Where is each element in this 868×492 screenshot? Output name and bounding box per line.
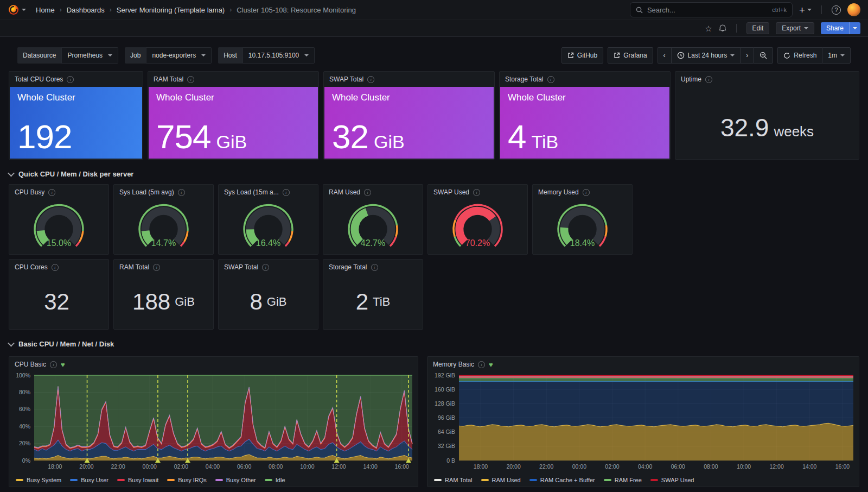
- cpu-basic-chart[interactable]: 0%20%40%60%80%100%18:0020:0022:0000:0002…: [12, 372, 414, 471]
- svg-text:06:00: 06:00: [671, 463, 685, 470]
- svg-text:00:00: 00:00: [572, 463, 586, 470]
- svg-text:10:00: 10:00: [300, 463, 314, 470]
- export-button[interactable]: Export: [776, 22, 814, 34]
- panel-title[interactable]: Total CPU Cores: [15, 75, 63, 83]
- legend-item[interactable]: RAM Used: [481, 477, 521, 483]
- panel-title[interactable]: Storage Total: [505, 75, 544, 83]
- edit-button[interactable]: Edit: [746, 22, 770, 34]
- variable-label: Job: [125, 47, 146, 64]
- panel-title[interactable]: SWAP Total: [329, 75, 363, 83]
- info-icon[interactable]: i: [473, 189, 480, 196]
- external-link-icon: [567, 52, 574, 59]
- help-button[interactable]: ?: [829, 5, 843, 15]
- panel-title[interactable]: CPU Basic: [15, 361, 46, 368]
- panel-title[interactable]: Storage Total: [329, 263, 367, 271]
- legend-item[interactable]: RAM Cache + Buffer: [529, 477, 595, 483]
- info-icon[interactable]: i: [583, 189, 590, 196]
- host-select[interactable]: 10.17.5.105:9100: [242, 47, 315, 64]
- breadcrumb-home[interactable]: Home: [36, 6, 55, 14]
- info-icon[interactable]: i: [705, 76, 712, 83]
- info-icon[interactable]: i: [478, 361, 485, 368]
- svg-text:14:00: 14:00: [802, 463, 816, 470]
- info-icon[interactable]: i: [178, 189, 185, 196]
- info-icon[interactable]: i: [187, 76, 194, 83]
- panel-sys-load-5m: Sys Load (5m avg)i 14.7%: [113, 184, 214, 255]
- breadcrumb: Home › Dashboards › Server Monitoring (T…: [36, 6, 356, 14]
- star-icon[interactable]: ☆: [705, 24, 712, 33]
- svg-text:100%: 100%: [16, 372, 30, 379]
- panel-title[interactable]: SWAP Used: [433, 188, 469, 196]
- legend-item[interactable]: Busy System: [16, 477, 61, 483]
- legend-item[interactable]: Busy Other: [215, 477, 256, 483]
- info-icon[interactable]: i: [153, 264, 160, 271]
- chevron-down-icon: [108, 54, 112, 56]
- info-icon[interactable]: i: [52, 264, 59, 271]
- breadcrumb-separator: ›: [60, 6, 62, 14]
- svg-text:12:00: 12:00: [770, 463, 784, 470]
- legend-label: RAM Total: [445, 477, 473, 483]
- gauge-value: 14.7%: [116, 238, 211, 248]
- new-menu-button[interactable]: +: [797, 5, 814, 15]
- legend-item[interactable]: Busy Iowait: [117, 477, 158, 483]
- info-icon[interactable]: i: [367, 76, 374, 83]
- refresh-interval-select[interactable]: 1m: [822, 47, 851, 64]
- panel-title[interactable]: Memory Used: [538, 188, 579, 196]
- legend-item[interactable]: SWAP Used: [650, 477, 694, 483]
- user-avatar[interactable]: [847, 3, 860, 16]
- panel-ram-total-cluster: RAM Totali Whole Cluster 754GiB: [148, 71, 319, 160]
- variable-job: Job node-exporters: [125, 47, 212, 64]
- legend-item[interactable]: Idle: [265, 477, 285, 483]
- panel-title[interactable]: CPU Cores: [15, 263, 48, 271]
- time-shift-forward-button[interactable]: ›: [740, 47, 754, 64]
- dashboard-content: Datasource Prometheus Job node-exporters…: [0, 47, 868, 487]
- panel-title[interactable]: Sys Load (15m a...: [224, 188, 279, 196]
- info-icon[interactable]: i: [48, 189, 55, 196]
- share-button[interactable]: Share: [821, 22, 860, 34]
- panel-title[interactable]: Memory Basic: [433, 361, 474, 368]
- github-link-button[interactable]: GitHub: [561, 47, 603, 64]
- breadcrumb-dashboards[interactable]: Dashboards: [67, 6, 105, 14]
- refresh-button[interactable]: Refresh: [777, 47, 822, 64]
- panel-title[interactable]: RAM Total: [154, 75, 183, 83]
- memory-basic-chart[interactable]: 0 B32 GiB64 GiB96 GiB128 GiB160 GiB192 G…: [431, 372, 856, 471]
- time-range-picker[interactable]: Last 24 hours: [671, 47, 741, 64]
- svg-text:0%: 0%: [22, 457, 30, 464]
- variable-host: Host 10.17.5.105:9100: [218, 47, 315, 64]
- panel-title[interactable]: SWAP Total: [224, 263, 258, 271]
- job-select[interactable]: node-exporters: [146, 47, 212, 64]
- alert-bell-icon[interactable]: [719, 24, 726, 33]
- time-shift-back-button[interactable]: ‹: [658, 47, 671, 64]
- legend-item[interactable]: Busy User: [70, 477, 108, 483]
- panel-title[interactable]: Sys Load (5m avg): [119, 188, 174, 196]
- panel-title[interactable]: RAM Total: [119, 263, 149, 271]
- panel-memory-basic: Memory Basic i ♥ 0 B32 GiB64 GiB96 GiB12…: [427, 356, 859, 487]
- section-basic-cpu-mem-net-disk[interactable]: Basic CPU / Mem / Net / Disk: [9, 337, 859, 351]
- search-input[interactable]: Search... ctrl+k: [630, 2, 793, 17]
- zoom-out-button[interactable]: [754, 47, 773, 64]
- datasource-select[interactable]: Prometheus: [61, 47, 118, 64]
- gauge-value: 15.0%: [11, 238, 106, 248]
- legend-label: Busy IRQs: [178, 477, 207, 483]
- grafana-link-button[interactable]: Grafana: [608, 47, 653, 64]
- info-icon[interactable]: i: [67, 76, 74, 83]
- info-icon[interactable]: i: [371, 264, 378, 271]
- grafana-logo[interactable]: [8, 4, 26, 16]
- legend-swatch: [650, 479, 658, 481]
- share-options-caret[interactable]: [849, 22, 860, 34]
- info-icon[interactable]: i: [283, 189, 290, 196]
- info-icon[interactable]: i: [364, 189, 371, 196]
- panel-title[interactable]: CPU Busy: [15, 188, 44, 196]
- info-icon[interactable]: i: [262, 264, 269, 271]
- panel-title[interactable]: Uptime: [681, 75, 701, 83]
- info-icon[interactable]: i: [50, 361, 57, 368]
- gauge-value: 16.4%: [221, 238, 316, 248]
- info-icon[interactable]: i: [547, 76, 554, 83]
- svg-text:22:00: 22:00: [111, 463, 125, 470]
- breadcrumb-folder[interactable]: Server Monitoring (Template lama): [117, 6, 225, 14]
- logo-caret-icon: [22, 9, 26, 11]
- section-quick-cpu-mem-disk[interactable]: Quick CPU / Mem / Disk per server: [9, 167, 859, 181]
- legend-item[interactable]: Busy IRQs: [167, 477, 207, 483]
- legend-item[interactable]: RAM Total: [434, 477, 473, 483]
- panel-title[interactable]: RAM Used: [329, 188, 360, 196]
- legend-item[interactable]: RAM Free: [604, 477, 642, 483]
